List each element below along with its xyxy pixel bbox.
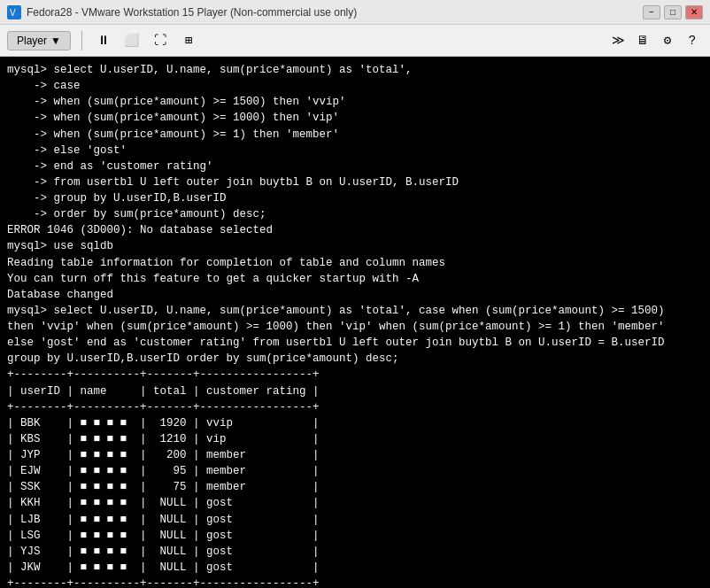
terminal-line: | LSG | ■ ■ ■ ■ | NULL | gost | (7, 528, 703, 544)
terminal-line: -> else 'gost' (7, 143, 703, 159)
terminal-line: Database changed (7, 287, 703, 303)
menu-right-button[interactable]: ≫ (607, 30, 629, 51)
terminal-line: -> order by sum(price*amount) desc; (7, 206, 703, 222)
terminal-line: | YJS | ■ ■ ■ ■ | NULL | gost | (7, 544, 703, 560)
terminal-line: | LJB | ■ ■ ■ ■ | NULL | gost | (7, 512, 703, 528)
player-label: Player (17, 35, 47, 47)
terminal-line: +--------+----------+-------+-----------… (7, 576, 703, 588)
terminal-line: mysql> select U.userID, U.name, sum(pric… (7, 62, 703, 78)
terminal-line: -> end as 'customer rating' (7, 159, 703, 174)
fullscreen-icon: ⛶ (154, 34, 166, 48)
close-button[interactable]: ✕ (685, 5, 703, 19)
menu-right-icon: ≫ (612, 33, 625, 48)
pause-icon: ⏸ (97, 34, 110, 48)
terminal-line: | KBS | ■ ■ ■ ■ | 1210 | vip | (7, 431, 703, 447)
terminal-line: | JKW | ■ ■ ■ ■ | NULL | gost | (7, 560, 703, 576)
terminal-line: | EJW | ■ ■ ■ ■ | 95 | member | (7, 463, 703, 479)
terminal-line: then 'vvip' when (sum(price*amount) >= 1… (7, 319, 703, 335)
player-dropdown-arrow: ▼ (50, 35, 61, 47)
terminal-line: -> when (sum(price*amount) >= 1) then 'm… (7, 127, 703, 143)
toolbar-right-group: ≫ 🖥 ⚙ ? (607, 30, 703, 51)
toolbar: Player ▼ ⏸ ⬜ ⛶ ⊞ ≫ 🖥 ⚙ ? (0, 25, 710, 57)
screenshot-icon: 🖥 (637, 34, 649, 48)
help-icon: ? (689, 34, 696, 48)
terminal-line: | BBK | ■ ■ ■ ■ | 1920 | vvip | (7, 415, 703, 431)
terminal-line: | KKH | ■ ■ ■ ■ | NULL | gost | (7, 495, 703, 511)
send-ctrl-alt-del-button[interactable]: ⬜ (121, 30, 143, 51)
terminal-line: +--------+----------+-------+-----------… (7, 399, 703, 415)
title-bar-left: V Fedora28 - VMware Workstation 15 Playe… (7, 5, 357, 19)
send-icon: ⬜ (124, 33, 139, 48)
terminal-line: -> from usertbl U left outer join buytbl… (7, 174, 703, 190)
maximize-button[interactable]: □ (664, 5, 682, 19)
terminal-line: ERROR 1046 (3D000): No database selected (7, 222, 703, 238)
title-bar: V Fedora28 - VMware Workstation 15 Playe… (0, 0, 710, 25)
pause-button[interactable]: ⏸ (93, 30, 114, 51)
terminal-line: mysql> select U.userID, U.name, sum(pric… (7, 303, 703, 319)
svg-text:V: V (10, 8, 16, 18)
toolbar-separator-1 (81, 31, 82, 50)
window-title: Fedora28 - VMware Workstation 15 Player … (27, 6, 357, 19)
title-bar-controls: − □ ✕ (643, 5, 703, 19)
vm-icon: V (7, 5, 21, 19)
terminal-line: else 'gost' end as 'customer rating' fro… (7, 335, 703, 351)
terminal-line: | userID | name | total | customer ratin… (7, 383, 703, 399)
unity-button[interactable]: ⊞ (178, 30, 199, 51)
fullscreen-button[interactable]: ⛶ (150, 30, 171, 51)
minimize-button[interactable]: − (643, 5, 660, 19)
screenshot-button[interactable]: 🖥 (632, 30, 653, 51)
terminal-line: You can turn off this feature to get a q… (7, 271, 703, 287)
help-button[interactable]: ? (682, 30, 703, 51)
terminal-line: mysql> use sqldb (7, 238, 703, 254)
terminal-line: +--------+----------+-------+-----------… (7, 367, 703, 383)
settings-icon: ⚙ (664, 33, 671, 48)
terminal-window[interactable]: mysql> select U.userID, U.name, sum(pric… (0, 57, 710, 588)
settings-button[interactable]: ⚙ (657, 30, 678, 51)
terminal-line: -> case (7, 78, 703, 94)
terminal-line: -> when (sum(price*amount) >= 1000) then… (7, 110, 703, 126)
player-menu-button[interactable]: Player ▼ (7, 31, 71, 50)
terminal-line: Reading table information for completion… (7, 255, 703, 271)
terminal-line: -> when (sum(price*amount) >= 1500) then… (7, 94, 703, 110)
terminal-line: group by U.userID,B.userID order by sum(… (7, 351, 703, 367)
terminal-line: -> group by U.userID,B.userID (7, 190, 703, 206)
unity-icon: ⊞ (185, 33, 192, 48)
terminal-line: | JYP | ■ ■ ■ ■ | 200 | member | (7, 447, 703, 463)
terminal-line: | SSK | ■ ■ ■ ■ | 75 | member | (7, 479, 703, 495)
